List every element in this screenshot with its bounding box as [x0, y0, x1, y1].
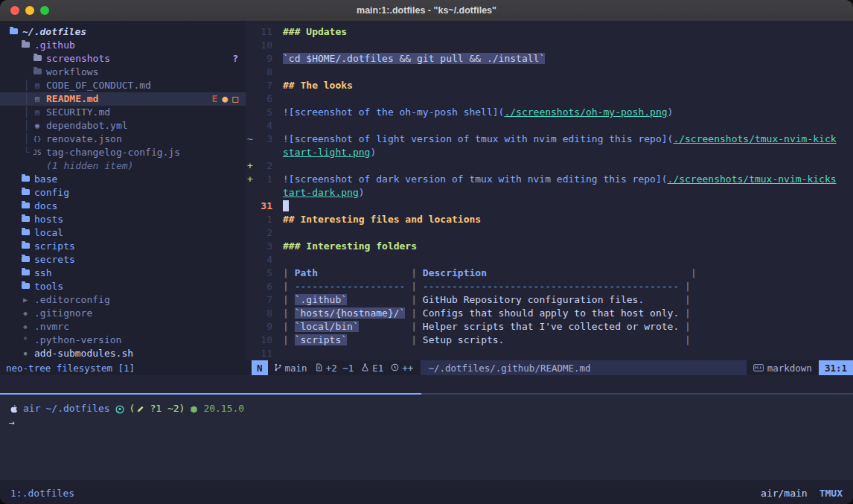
editor-line[interactable]: 6	[246, 92, 853, 106]
line-text: | `scripts` | Setup scripts. |	[283, 334, 691, 347]
tree-item-hosts[interactable]: hosts	[0, 213, 246, 226]
line-number: 3	[255, 240, 272, 253]
tree-item-security-md[interactable]: │▤SECURITY.md	[0, 106, 246, 119]
editor-line[interactable]: 7| `.github` | GitHub Repository configu…	[246, 293, 853, 307]
tree-item-label: scripts	[34, 240, 75, 253]
minimize-button[interactable]	[25, 6, 34, 15]
editor-line[interactable]: 10	[246, 39, 853, 52]
text-segment: |	[411, 294, 423, 305]
line-number: 4	[255, 119, 272, 133]
editor-line[interactable]: 6| ------------------- | ---------------…	[246, 280, 853, 293]
editor-line[interactable]: 11### Updates	[246, 25, 853, 39]
line-text: ![screenshot of the oh-my-posh shell](./…	[283, 106, 673, 119]
tree-item-secrets[interactable]: secrets	[0, 253, 246, 267]
tree-item-label: .python-version	[34, 334, 121, 347]
text-segment: ----------------------------------------…	[423, 281, 679, 292]
tree-item-nvmrc[interactable]: ◈.nvmrc	[0, 320, 246, 334]
git-diff-counts: +2 ~1	[326, 363, 354, 374]
editor-line[interactable]: 2	[246, 226, 853, 240]
tree-item-python-version[interactable]: *.python-version	[0, 334, 246, 347]
editor-line[interactable]: tart-dark.png)	[246, 186, 853, 200]
tree-item-readme-md[interactable]: │▤README.mdE●□	[0, 92, 246, 106]
gutter-sign	[246, 66, 255, 79]
tree-item-editorconfig[interactable]: ▶.editorconfig	[0, 293, 246, 307]
pencil-icon	[136, 401, 144, 415]
editor-line[interactable]: +1![screenshot of dark version of tmux w…	[246, 173, 853, 186]
folder-icon	[19, 267, 31, 280]
gutter-sign	[246, 307, 255, 320]
text-segment: ## Interesting files and locations	[283, 214, 481, 225]
filetype-label: markdown	[767, 363, 812, 374]
tree-item-renovate-json[interactable]: │{}renovate.json	[0, 133, 246, 146]
tree-item-1-hidden-item[interactable]: (1 hidden item)	[0, 159, 246, 173]
js-icon: JS	[31, 146, 43, 159]
editor-line[interactable]: 5| Path | Description |	[246, 267, 853, 280]
tree-item-scripts[interactable]: scripts	[0, 240, 246, 253]
tree-item-config[interactable]: config	[0, 186, 246, 200]
editor-line[interactable]: 5![screenshot of the oh-my-posh shell](.…	[246, 106, 853, 119]
markdown-icon: ▤	[31, 92, 43, 106]
clock-icon	[391, 363, 399, 374]
tree-item-dotfiles[interactable]: ~/.dotfiles	[0, 25, 246, 39]
gutter-sign	[246, 79, 255, 92]
file-path: ~/.dotfiles/.github/README.md	[421, 360, 746, 375]
line-text: ![screenshot of dark version of tmux wit…	[283, 173, 837, 186]
line-text: ## The looks	[283, 79, 353, 92]
text-segment: Helper scripts that I've collected or wr…	[423, 321, 679, 332]
editor-line[interactable]: 9| `local/bin` | Helper scripts that I'v…	[246, 320, 853, 334]
tmux-right-status: air/main TMUX	[761, 488, 843, 499]
editor-line[interactable]: 3### Interesting folders	[246, 240, 853, 253]
line-number: 5	[255, 106, 272, 119]
tree-item-gitignore[interactable]: ◆.gitignore	[0, 307, 246, 320]
tree-item-tools[interactable]: tools	[0, 280, 246, 293]
text-segment: `scripts`	[295, 334, 347, 345]
node-icon	[190, 401, 198, 415]
editor-line[interactable]: ~3![screenshot of light version of tmux …	[246, 133, 853, 146]
editor-line[interactable]: 8| `hosts/{hostname}/` | Configs that sh…	[246, 307, 853, 320]
shell-pane[interactable]: air~/.dotfiles(?1 ~2)20.15.0 →	[0, 395, 853, 480]
editor-line[interactable]: 4	[246, 253, 853, 267]
editor-line[interactable]: 10| `scripts` | Setup scripts. |	[246, 334, 853, 347]
tree-item-local[interactable]: local	[0, 226, 246, 240]
gutter-sign	[246, 200, 255, 213]
editor-line[interactable]: 8	[246, 66, 853, 79]
text-segment	[359, 321, 411, 332]
editor-buffer[interactable]: 11### Updates109`cd $HOME/.dotfiles && g…	[246, 22, 853, 360]
line-text	[283, 200, 289, 213]
zoom-button[interactable]	[40, 6, 49, 15]
editor-line[interactable]: 1## Interesting files and locations	[246, 213, 853, 226]
folder-icon	[19, 173, 31, 186]
tree-item-docs[interactable]: docs	[0, 200, 246, 213]
tree-item-add-submodules-sh[interactable]: ▪add-submodules.sh	[0, 347, 246, 360]
editor-line[interactable]: 4	[246, 119, 853, 133]
prompt-arrow[interactable]: →	[9, 415, 853, 430]
close-button[interactable]	[10, 6, 19, 15]
tree-item-screenshots[interactable]: screenshots?	[0, 52, 246, 66]
tree-item-workflows[interactable]: workflows	[0, 66, 246, 79]
folder-icon	[19, 280, 31, 293]
tree-item-ssh[interactable]: ssh	[0, 267, 246, 280]
text-segment: ### Updates	[283, 26, 347, 37]
command-line-area[interactable]	[0, 375, 853, 393]
prompt-segment: ?1 ~2)	[150, 401, 185, 415]
text-segment: ### Interesting folders	[283, 240, 417, 252]
tree-item-tag-changelog-config-js[interactable]: └JStag-changelog-config.js	[0, 146, 246, 159]
text-segment	[487, 267, 691, 278]
tree-item-code-of-conduct-md[interactable]: │▤CODE_OF_CONDUCT.md	[0, 79, 246, 92]
editor-line[interactable]: 31	[246, 200, 853, 213]
folder-icon	[19, 253, 31, 267]
tree-item-label: CODE_OF_CONDUCT.md	[46, 79, 151, 92]
prompt-segment: air	[23, 401, 40, 415]
tmux-window-tab[interactable]: 1:.dotfiles	[10, 488, 74, 499]
tree-item-dependabot-yml[interactable]: │◉dependabot.yml	[0, 119, 246, 133]
line-number: 31	[255, 200, 272, 213]
editor-line[interactable]: 11	[246, 347, 853, 360]
editor-line[interactable]: 7## The looks	[246, 79, 853, 92]
editor-line[interactable]: 9`cd $HOME/.dotfiles && git pull && ./in…	[246, 52, 853, 66]
tree-item-github[interactable]: .github	[0, 39, 246, 52]
text-segment: -------------------	[295, 281, 406, 292]
git-branch-icon	[274, 363, 282, 374]
editor-line[interactable]: start-light.png)	[246, 146, 853, 159]
tree-item-base[interactable]: base	[0, 173, 246, 186]
editor-line[interactable]: +2	[246, 159, 853, 173]
